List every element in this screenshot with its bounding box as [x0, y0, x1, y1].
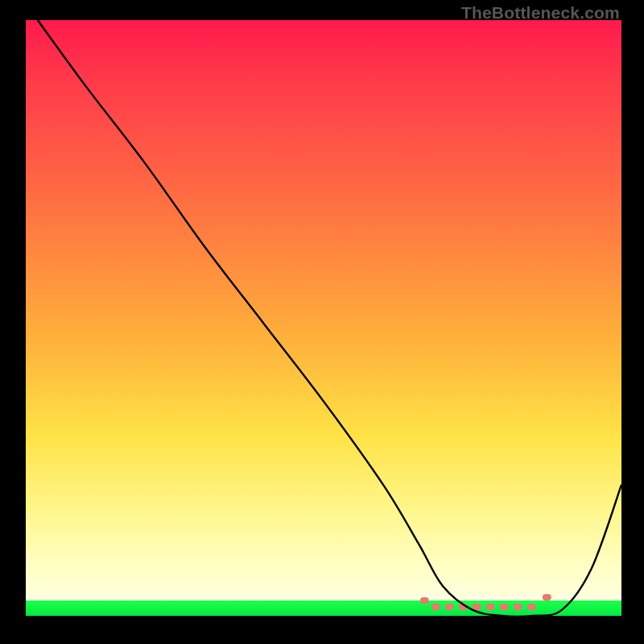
- svg-rect-5: [473, 604, 481, 610]
- curve-layer: [26, 20, 621, 616]
- plot-area: [26, 20, 621, 616]
- svg-rect-6: [486, 604, 495, 610]
- chart-frame: TheBottleneck.com: [0, 0, 644, 644]
- svg-rect-9: [527, 604, 536, 610]
- svg-rect-1: [543, 594, 551, 601]
- svg-rect-0: [420, 597, 429, 604]
- svg-rect-8: [514, 604, 522, 610]
- svg-rect-2: [431, 604, 440, 610]
- flat-region-markers: [420, 594, 551, 610]
- svg-rect-3: [445, 604, 454, 610]
- bottleneck-curve: [38, 20, 621, 617]
- svg-rect-7: [500, 604, 509, 610]
